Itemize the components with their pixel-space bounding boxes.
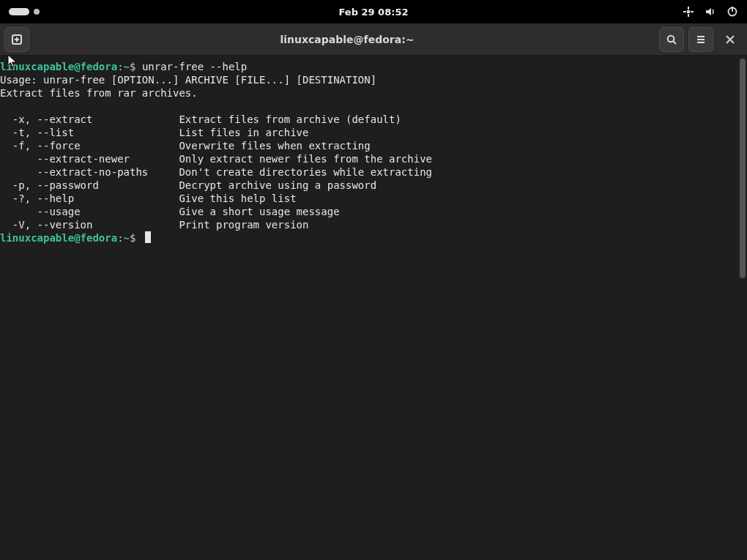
terminal-viewport[interactable]: linuxcapable@fedora:~$ unrar-free --help… — [0, 56, 747, 560]
activities-pill-icon — [9, 8, 29, 15]
system-tray[interactable] — [683, 6, 738, 18]
activities-indicator[interactable] — [9, 8, 40, 15]
prompt-user: linuxcapable@fedora — [0, 61, 117, 72]
svg-rect-1 — [688, 14, 689, 17]
option-line: --extract-newer Only extract newer files… — [0, 152, 747, 165]
plus-icon — [11, 34, 23, 45]
menu-button[interactable] — [688, 27, 713, 52]
network-icon — [683, 6, 694, 18]
svg-rect-2 — [683, 11, 686, 12]
window-title: linuxcapable@fedora:~ — [40, 34, 655, 45]
option-line: --extract-no-paths Don't create director… — [0, 165, 747, 179]
option-line: -x, --extract Extract files from archive… — [0, 113, 747, 126]
search-button[interactable] — [659, 27, 684, 52]
option-line: --usage Give a short usage message — [0, 205, 747, 218]
volume-icon — [705, 6, 716, 18]
option-line: -f, --force Overwrite files when extract… — [0, 139, 747, 152]
option-line: -p, --password Decrypt archive using a p… — [0, 179, 747, 192]
prompt-sep: : — [117, 61, 123, 72]
gnome-top-bar: Feb 29 08:52 — [0, 0, 747, 23]
desc-line: Extract files from rar archives. — [0, 86, 747, 100]
terminal-window: linuxcapable@fedora:~ linuxcapable@fedor… — [0, 23, 747, 560]
entered-command: unrar-free --help — [142, 61, 247, 72]
blank-line — [0, 100, 747, 113]
close-icon — [725, 34, 735, 45]
usage-line: Usage: unrar-free [OPTION...] ARCHIVE [F… — [0, 73, 747, 86]
svg-rect-0 — [688, 7, 689, 10]
terminal-output[interactable]: linuxcapable@fedora:~$ unrar-free --help… — [0, 56, 747, 560]
option-line: -?, --help Give this help list — [0, 192, 747, 205]
activities-dot-icon — [34, 9, 40, 15]
prompt-path: ~ — [124, 232, 130, 244]
prompt-symbol: $ — [130, 61, 142, 72]
prompt-line: linuxcapable@fedora:~$ — [0, 231, 747, 244]
prompt-symbol: $ — [130, 232, 142, 244]
close-button[interactable] — [718, 27, 743, 52]
svg-point-10 — [668, 35, 674, 42]
titlebar: linuxcapable@fedora:~ — [0, 23, 747, 56]
scrollbar-thumb[interactable] — [740, 59, 746, 278]
option-line: -V, --version Print program version — [0, 218, 747, 231]
option-line: -t, --list List files in archive — [0, 126, 747, 139]
prompt-line: linuxcapable@fedora:~$ unrar-free --help — [0, 60, 747, 73]
search-icon — [666, 34, 677, 45]
hamburger-icon — [695, 34, 707, 45]
prompt-path: ~ — [124, 61, 130, 72]
svg-rect-3 — [691, 11, 694, 12]
prompt-user: linuxcapable@fedora — [0, 232, 117, 244]
svg-rect-6 — [732, 7, 733, 12]
power-icon — [726, 6, 738, 18]
terminal-cursor — [145, 231, 151, 243]
prompt-sep: : — [117, 232, 123, 244]
clock[interactable]: Feb 29 08:52 — [339, 7, 409, 18]
svg-rect-4 — [687, 10, 690, 13]
svg-line-11 — [674, 41, 677, 44]
new-tab-button[interactable] — [4, 27, 29, 52]
